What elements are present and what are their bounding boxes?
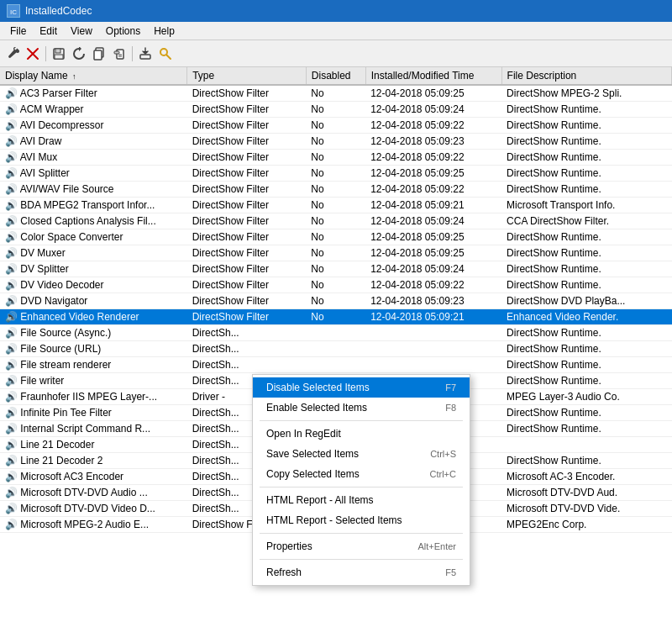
context-menu-item[interactable]: Disable Selected ItemsF7 (253, 377, 470, 398)
cell-desc: MPEG Layer-3 Audio Co. (501, 389, 671, 405)
toolbar-sep-1 (45, 46, 46, 61)
table-row[interactable]: 🔊 AVI MuxDirectShow FilterNo12-04-2018 0… (0, 150, 672, 166)
toolbar-copy[interactable] (90, 45, 108, 63)
codec-name: Microsoft DTV-DVD Audio ... (18, 487, 148, 498)
cell-time: 12-04-2018 05:09:25 (365, 229, 501, 245)
cell-name: 🔊 AVI Draw (0, 134, 187, 150)
table-row[interactable]: 🔊 BDA MPEG2 Transport Infor...DirectShow… (0, 198, 672, 213)
menu-options[interactable]: Options (99, 24, 147, 39)
cell-time: 12-04-2018 05:09:24 (365, 102, 501, 118)
menu-file[interactable]: File (3, 24, 33, 39)
cell-disabled: No (306, 85, 365, 102)
table-row[interactable]: 🔊 AVI DecompressorDirectShow FilterNo12-… (0, 118, 672, 134)
table-row[interactable]: 🔊 DVD NavigatorDirectShow FilterNo12-04-… (0, 293, 672, 309)
context-menu-item[interactable]: Enable Selected ItemsF8 (253, 398, 470, 418)
codec-icon: 🔊 (5, 439, 18, 451)
context-menu-item[interactable]: Open In RegEdit (253, 424, 470, 444)
toolbar-wrench[interactable] (3, 45, 22, 63)
toolbar-save[interactable] (50, 45, 68, 63)
col-header-type[interactable]: Type (187, 67, 307, 85)
table-row[interactable]: 🔊 File Source (URL)DirectSh...DirectShow… (0, 341, 672, 357)
cell-name: 🔊 ACM Wrapper (0, 102, 187, 118)
codec-name: BDA MPEG2 Transport Infor... (18, 199, 155, 211)
table-row[interactable]: 🔊 AVI DrawDirectShow FilterNo12-04-2018 … (0, 134, 672, 150)
table-row[interactable]: 🔊 File stream rendererDirectSh...DirectS… (0, 357, 672, 373)
cell-desc: DirectShow Runtime. (501, 341, 671, 357)
codec-icon: 🔊 (5, 503, 18, 514)
context-menu-item-shortcut: Ctrl+C (430, 469, 456, 479)
toolbar-find[interactable] (156, 45, 175, 63)
codec-name: Enhanced Video Renderer (18, 311, 139, 323)
svg-rect-11 (140, 55, 150, 59)
svg-rect-3 (55, 49, 60, 53)
codec-name: DV Splitter (18, 263, 69, 275)
cell-type: DirectShow Filter (187, 134, 307, 150)
svg-rect-4 (55, 55, 63, 59)
codec-name: AVI Splitter (18, 167, 70, 179)
cell-disabled: No (306, 166, 365, 182)
toolbar-export[interactable] (136, 45, 155, 63)
cell-desc: DirectShow Runtime. (501, 325, 671, 341)
cell-desc: DirectShow Runtime. (501, 150, 671, 166)
table-row[interactable]: 🔊 AVI SplitterDirectShow FilterNo12-04-2… (0, 166, 672, 182)
table-row[interactable]: 🔊 AC3 Parser FilterDirectShow FilterNo12… (0, 85, 672, 102)
context-menu-item[interactable]: PropertiesAlt+Enter (253, 536, 470, 556)
menu-edit[interactable]: Edit (33, 24, 64, 39)
cell-desc: DirectShow MPEG-2 Spli. (501, 85, 671, 102)
cell-name: 🔊 Line 21 Decoder 2 (0, 453, 187, 469)
title-bar: IC InstalledCodec (0, 0, 672, 22)
toolbar-cancel[interactable] (24, 45, 42, 63)
codec-icon: 🔊 (5, 279, 18, 291)
context-menu-item-label: Disable Selected Items (266, 382, 370, 393)
table-row[interactable]: 🔊 DV MuxerDirectShow FilterNo12-04-2018 … (0, 245, 672, 261)
menu-help[interactable]: Help (147, 24, 181, 39)
context-menu-item-label: Save Selected Items (266, 448, 359, 460)
cell-name: 🔊 DV Muxer (0, 245, 187, 261)
cell-type: DirectSh... (187, 341, 307, 357)
col-header-time[interactable]: Installed/Modified Time (365, 67, 501, 85)
table-row[interactable]: 🔊 AVI/WAV File SourceDirectShow FilterNo… (0, 182, 672, 198)
cell-time (365, 341, 501, 357)
context-menu-item-label: HTML Report - Selected Items (266, 514, 402, 526)
cell-type: DirectShow Filter (187, 85, 307, 102)
table-row[interactable]: 🔊 Enhanced Video RendererDirectShow Filt… (0, 309, 672, 325)
cell-type: DirectShow Filter (187, 309, 307, 325)
context-menu-item[interactable]: RefreshF5 (253, 562, 470, 582)
codec-icon: 🔊 (5, 151, 18, 163)
cell-desc: DirectShow Runtime. (501, 166, 671, 182)
table-row[interactable]: 🔊 Color Space ConverterDirectShow Filter… (0, 229, 672, 245)
cell-desc: Microsoft DTV-DVD Aud. (501, 485, 671, 501)
context-menu-separator (260, 420, 463, 421)
table-header-row: Display Name ↑ Type Disabled Installed/M… (0, 67, 672, 85)
codec-icon: 🔊 (5, 215, 18, 227)
table-row[interactable]: 🔊 Closed Captions Analysis Fil...DirectS… (0, 213, 672, 229)
col-header-name[interactable]: Display Name ↑ (0, 67, 187, 85)
svg-line-13 (167, 55, 171, 59)
col-header-desc[interactable]: File Description (501, 67, 671, 85)
cell-disabled: No (306, 213, 365, 229)
table-row[interactable]: 🔊 DV SplitterDirectShow FilterNo12-04-20… (0, 261, 672, 277)
context-menu-item[interactable]: Save Selected ItemsCtrl+S (253, 444, 470, 464)
toolbar-refresh[interactable] (70, 45, 88, 63)
cell-desc: DirectShow Runtime. (501, 182, 671, 198)
cell-desc: DirectShow Runtime. (501, 421, 671, 437)
cell-type: DirectShow Filter (187, 102, 307, 118)
table-row[interactable]: 🔊 ACM WrapperDirectShow FilterNo12-04-20… (0, 102, 672, 118)
context-menu-item-label: Copy Selected Items (266, 468, 360, 480)
cell-name: 🔊 Closed Captions Analysis Fil... (0, 213, 187, 229)
context-menu-item[interactable]: HTML Report - All Items (253, 490, 470, 510)
context-menu-item[interactable]: Copy Selected ItemsCtrl+C (253, 464, 470, 484)
col-header-disabled[interactable]: Disabled (306, 67, 365, 85)
table-row[interactable]: 🔊 File Source (Async.)DirectSh...DirectS… (0, 325, 672, 341)
cell-name: 🔊 Microsoft AC3 Encoder (0, 469, 187, 485)
table-row[interactable]: 🔊 DV Video DecoderDirectShow FilterNo12-… (0, 277, 672, 293)
menu-view[interactable]: View (64, 24, 99, 39)
cell-type: DirectShow Filter (187, 150, 307, 166)
cell-time: 12-04-2018 05:09:21 (365, 309, 501, 325)
codec-icon: 🔊 (5, 103, 18, 115)
cell-time: 12-04-2018 05:09:22 (365, 277, 501, 293)
context-menu-item[interactable]: HTML Report - Selected Items (253, 510, 470, 530)
toolbar-paste[interactable] (110, 45, 129, 63)
cell-time: 12-04-2018 05:09:22 (365, 150, 501, 166)
codec-name: AVI Draw (18, 135, 61, 147)
